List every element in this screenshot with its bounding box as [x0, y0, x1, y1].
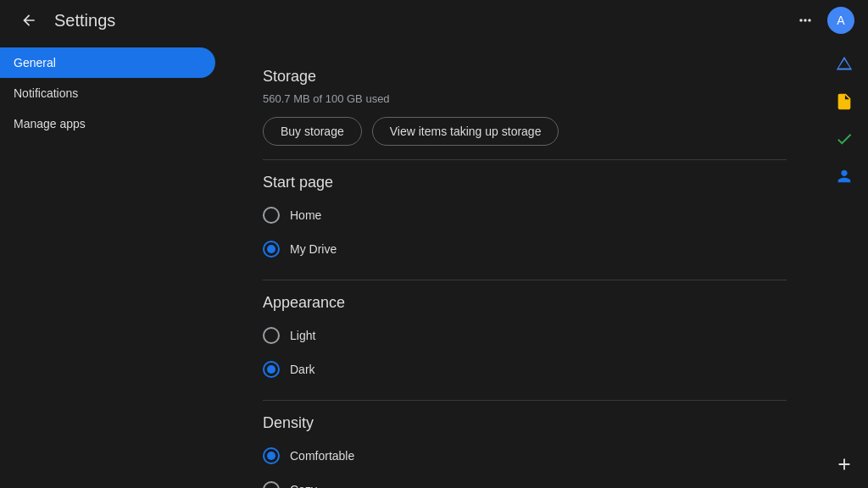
- header: Settings A: [0, 0, 868, 41]
- density-section: Density Comfortable Cozy Compact: [263, 401, 787, 488]
- sidebar-item-manage-apps[interactable]: Manage apps: [0, 108, 215, 139]
- light-label: Light: [290, 329, 315, 342]
- avatar[interactable]: A: [827, 7, 854, 34]
- add-icon-button[interactable]: [827, 447, 861, 481]
- view-items-button[interactable]: View items taking up storage: [372, 117, 559, 146]
- header-left: Settings: [14, 5, 790, 36]
- header-right: A: [790, 5, 854, 36]
- sidebar-item-general[interactable]: General: [0, 47, 215, 78]
- light-radio[interactable]: [263, 327, 280, 344]
- mydrive-radio[interactable]: [263, 241, 280, 258]
- appearance-section: Appearance Light Dark: [263, 280, 787, 401]
- start-page-section: Start page Home My Drive: [263, 160, 787, 280]
- storage-used-text: 560.7 MB of 100 GB used: [263, 92, 787, 105]
- mydrive-label: My Drive: [290, 242, 337, 256]
- storage-section: Storage 560.7 MB of 100 GB used Buy stor…: [263, 54, 787, 160]
- density-comfortable-option[interactable]: Comfortable: [263, 439, 787, 473]
- dark-label: Dark: [290, 363, 315, 376]
- appearance-dark-option[interactable]: Dark: [263, 352, 787, 386]
- storage-title: Storage: [263, 68, 787, 86]
- drive-icon[interactable]: [827, 47, 861, 81]
- home-label: Home: [290, 208, 321, 222]
- dark-radio[interactable]: [263, 361, 280, 378]
- cozy-radio[interactable]: [263, 481, 280, 488]
- right-sidebar: [821, 41, 868, 488]
- docs-icon[interactable]: [827, 85, 861, 119]
- buy-storage-button[interactable]: Buy storage: [263, 117, 362, 146]
- cozy-label: Cozy: [290, 483, 317, 488]
- start-page-home-option[interactable]: Home: [263, 198, 787, 232]
- tasks-icon[interactable]: [827, 122, 861, 156]
- page-title: Settings: [54, 11, 115, 30]
- sidebar: General Notifications Manage apps: [0, 41, 229, 488]
- meet-icon[interactable]: [827, 159, 861, 193]
- density-title: Density: [263, 414, 787, 432]
- home-radio[interactable]: [263, 207, 280, 224]
- settings-content: Storage 560.7 MB of 100 GB used Buy stor…: [229, 41, 821, 488]
- back-button[interactable]: [14, 5, 44, 36]
- start-page-mydrive-option[interactable]: My Drive: [263, 232, 787, 266]
- grid-icon-button[interactable]: [790, 5, 821, 36]
- comfortable-label: Comfortable: [290, 449, 354, 463]
- density-cozy-option[interactable]: Cozy: [263, 473, 787, 488]
- storage-buttons: Buy storage View items taking up storage: [263, 117, 787, 146]
- sidebar-item-notifications[interactable]: Notifications: [0, 78, 215, 108]
- appearance-title: Appearance: [263, 294, 787, 312]
- main-layout: General Notifications Manage apps Storag…: [0, 41, 868, 488]
- appearance-light-option[interactable]: Light: [263, 319, 787, 352]
- start-page-title: Start page: [263, 174, 787, 191]
- comfortable-radio[interactable]: [263, 447, 280, 464]
